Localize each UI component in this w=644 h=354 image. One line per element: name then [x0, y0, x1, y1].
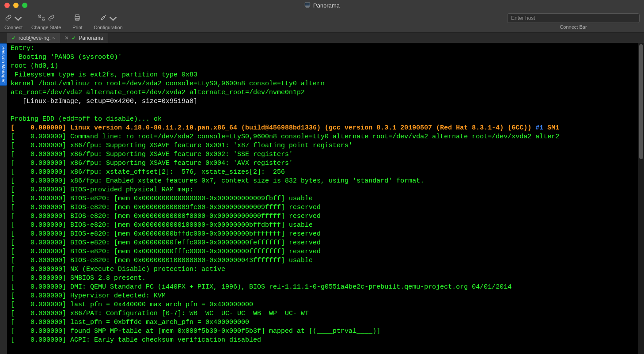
terminal-line: root (hd0,1) — [11, 62, 634, 71]
tab-label: Panorama — [79, 35, 103, 41]
scroll-thumb[interactable] — [639, 44, 643, 159]
terminal-line: [ 0.000000] x86/fpu: Supporting XSAVE fe… — [11, 159, 634, 168]
close-window-button[interactable] — [4, 3, 10, 8]
title-bar: Panorama — [0, 0, 644, 11]
terminal-line: [ 0.000000] Command line: ro root=/dev/s… — [11, 133, 634, 141]
terminal-line: [ 0.000000] x86/fpu: Supporting XSAVE fe… — [11, 141, 634, 150]
terminal-output[interactable]: Entry: Booting 'PANOS (sysroot0)'root (h… — [7, 43, 638, 354]
terminal-line: [ 0.000000] last_pfn = 0x440000 max_arch… — [11, 301, 634, 309]
link-icon — [4, 14, 12, 23]
check-icon: ✓ — [11, 35, 16, 41]
session-manager-tab[interactable]: Session Manager — [0, 43, 7, 86]
host-input[interactable] — [507, 13, 640, 23]
reconnect-icon — [38, 14, 45, 23]
terminal-line: [ 0.000000] last_pfn = 0xbffdc max_arch_… — [11, 318, 634, 327]
terminal-line: [ 0.000000] NX (Execute Disable) protect… — [11, 265, 634, 274]
chevron-down-icon — [109, 15, 117, 23]
change-state-button[interactable]: Change State — [27, 11, 65, 32]
terminal-line: [ 0.000000] BIOS-e820: [mem 0x0000000100… — [11, 256, 634, 265]
minimize-window-button[interactable] — [13, 3, 19, 8]
configuration-label: Configuration — [94, 25, 122, 30]
terminal-line: [ 0.000000] x86/fpu: Enabled xstate feat… — [11, 177, 634, 186]
print-button[interactable]: Print — [65, 11, 89, 32]
svg-rect-1 — [305, 3, 310, 5]
close-icon[interactable]: ✕ — [64, 35, 69, 41]
change-state-label: Change State — [31, 25, 61, 30]
terminal-line: [ 0.000000] BIOS-e820: [mem 0x0000000000… — [11, 194, 634, 203]
toolbar: Connect Change State Print Configurati — [0, 11, 644, 33]
connect-bar-label: Connect Bar — [560, 24, 587, 30]
link-icon — [47, 14, 55, 23]
terminal-line: Entry: — [11, 44, 634, 53]
printer-icon — [73, 14, 81, 23]
terminal-line: [ 0.000000] BIOS-e820: [mem 0x00000000fe… — [11, 239, 634, 247]
svg-rect-2 — [306, 7, 309, 7]
window-title: Panorama — [313, 2, 340, 9]
terminal-line: [Linux-bzImage, setup=0x4200, size=0x951… — [11, 97, 634, 106]
terminal-line: ate_root=/dev/vda2 alternate_root=/dev/x… — [11, 88, 634, 97]
print-label: Print — [72, 25, 83, 30]
terminal-line: kernel /boot/vmlinuz ro root=/dev/sda2 c… — [11, 80, 634, 88]
terminal-line: [ 0.000000] DMI: QEMU Standard PC (i440F… — [11, 283, 634, 292]
terminal-line: [ 0.000000] BIOS-e820: [mem 0x00000000bf… — [11, 230, 634, 239]
wrench-icon — [99, 14, 107, 23]
terminal-line: [ 0.000000] x86/fpu: Supporting XSAVE fe… — [11, 150, 634, 159]
terminal-line: [ 0.000000] BIOS-e820: [mem 0x0000000000… — [11, 221, 634, 230]
maximize-window-button[interactable] — [22, 3, 27, 8]
terminal-line — [11, 106, 634, 115]
terminal-line: Booting 'PANOS (sysroot0)' — [11, 53, 634, 62]
svg-rect-3 — [38, 15, 41, 16]
connect-button[interactable]: Connect — [0, 11, 27, 32]
tab-panorama[interactable]: ✕ ✓ Panorama — [60, 33, 108, 43]
svg-rect-0 — [305, 2, 310, 6]
terminal-line: [ 0.000000] ACPI: Early table checksum v… — [11, 336, 634, 345]
configuration-button[interactable]: Configuration — [89, 11, 127, 32]
terminal-line: [ 0.000000] found SMP MP-table at [mem 0… — [11, 327, 634, 336]
terminal-line: [ 0.000000] Linux version 4.18.0-80.11.2… — [11, 124, 634, 133]
terminal-line: [ 0.000000] x86/PAT: Configuration [0-7]… — [11, 309, 634, 318]
terminal-line: [ 0.000000] x86/fpu: xstate_offset[2]: 5… — [11, 168, 634, 177]
chevron-down-icon — [14, 15, 22, 23]
tab-strip: ✓ root@eve-ng: ~ ✕ ✓ Panorama — [0, 33, 644, 43]
terminal-pane: Entry: Booting 'PANOS (sysroot0)'root (h… — [7, 43, 644, 354]
tab-label: root@eve-ng: ~ — [19, 35, 55, 41]
tab-root-eve[interactable]: ✓ root@eve-ng: ~ — [7, 33, 60, 43]
connect-label: Connect — [4, 25, 23, 30]
terminal-line: [ 0.000000] BIOS-e820: [mem 0x00000000ff… — [11, 247, 634, 256]
terminal-line: Filesystem type is ext2fs, partition typ… — [11, 71, 634, 80]
terminal-line: [ 0.000000] BIOS-e820: [mem 0x0000000000… — [11, 203, 634, 212]
svg-rect-6 — [76, 15, 80, 16]
session-manager-label: Session Manager — [1, 46, 6, 83]
terminal-line: Probing EDD (edd=off to disable)... ok — [11, 115, 634, 124]
terminal-line: [ 0.000000] SMBIOS 2.8 present. — [11, 274, 634, 283]
terminal-line: [ 0.000000] Hypervisor detected: KVM — [11, 292, 634, 301]
svg-rect-4 — [42, 19, 45, 20]
window-controls — [4, 3, 27, 8]
terminal-line: [ 0.000000] BIOS-e820: [mem 0x0000000000… — [11, 212, 634, 221]
monitor-icon — [304, 2, 311, 9]
terminal-line: [ 0.000000] BIOS-provided physical RAM m… — [11, 186, 634, 194]
check-icon: ✓ — [72, 35, 76, 41]
scrollbar[interactable] — [638, 43, 644, 354]
